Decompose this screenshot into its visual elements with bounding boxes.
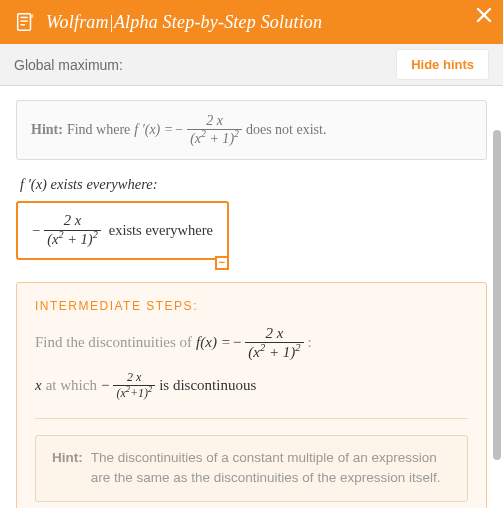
titlebar: Wolfram|Alpha Step-by-Step Solution bbox=[0, 0, 503, 44]
hint-box: Hint: Find where f ′(x) = − 2 x (x2 + 1)… bbox=[16, 100, 487, 160]
svg-rect-0 bbox=[18, 14, 31, 31]
section-label: Global maximum: bbox=[14, 57, 123, 73]
inner-hint-text: The discontinuities of a constant multip… bbox=[91, 448, 451, 489]
close-icon bbox=[475, 6, 493, 24]
fprime-lhs: f ′(x) = bbox=[134, 122, 173, 138]
result-box: − 2 x (x2 + 1)2 exists everywhere − bbox=[16, 201, 229, 260]
window-title: Wolfram|Alpha Step-by-Step Solution bbox=[46, 12, 322, 33]
int-formula-2: − 2 x (x2+1)2 bbox=[101, 371, 155, 400]
content-area: Hint: Find where f ′(x) = − 2 x (x2 + 1)… bbox=[0, 86, 503, 508]
statement-line: f ′(x) exists everywhere: bbox=[20, 176, 487, 193]
frac-num: 2 x bbox=[124, 371, 144, 385]
x-var: x bbox=[35, 377, 42, 394]
notebook-icon bbox=[14, 11, 36, 33]
statement-text: exists everywhere: bbox=[47, 176, 158, 192]
fprime-ref: f ′(x) bbox=[20, 176, 47, 192]
intermediate-steps-box: INTERMEDIATE STEPS: Find the discontinui… bbox=[16, 282, 487, 508]
collapse-toggle[interactable]: − bbox=[215, 256, 229, 270]
close-button[interactable] bbox=[475, 6, 493, 24]
hint-text-post: does not exist. bbox=[246, 122, 327, 138]
result-text: exists everywhere bbox=[109, 222, 213, 239]
frac-num: 2 x bbox=[61, 213, 84, 230]
hide-hints-button[interactable]: Hide hints bbox=[396, 49, 489, 80]
inner-hint-label: Hint: bbox=[52, 448, 83, 489]
frac-den: (x2 + 1)2 bbox=[187, 129, 242, 146]
int-formula-1: f(x) = − 2 x (x2 + 1)2 bbox=[196, 325, 303, 361]
int-text: Find the discontinuities of bbox=[35, 334, 192, 351]
frac-num: 2 x bbox=[262, 325, 286, 343]
hint-label: Hint: bbox=[31, 122, 63, 138]
frac-den: (x2+1)2 bbox=[113, 385, 155, 400]
intermediate-line-2: x at which − 2 x (x2+1)2 is discontinuou… bbox=[35, 371, 468, 400]
int-text-mid: at which bbox=[46, 377, 97, 394]
scrollbar-thumb[interactable] bbox=[493, 130, 501, 460]
fx-lhs: f(x) = bbox=[196, 334, 231, 351]
frac-den: (x2 + 1)2 bbox=[44, 230, 101, 248]
frac-den: (x2 + 1)2 bbox=[245, 342, 303, 361]
int-text-end: is discontinuous bbox=[159, 377, 256, 394]
intermediate-line-1: Find the discontinuities of f(x) = − 2 x… bbox=[35, 325, 468, 361]
intermediate-heading: INTERMEDIATE STEPS: bbox=[35, 299, 468, 313]
result-formula: − 2 x (x2 + 1)2 bbox=[32, 213, 101, 248]
inner-hint-box: Hint: The discontinuities of a constant … bbox=[35, 435, 468, 502]
divider bbox=[35, 418, 468, 419]
frac-num: 2 x bbox=[203, 113, 226, 129]
subheader: Global maximum: Hide hints bbox=[0, 44, 503, 86]
int-text-post: : bbox=[308, 334, 312, 351]
hint-formula: f ′(x) = − 2 x (x2 + 1)2 bbox=[134, 113, 242, 147]
minus-icon: − bbox=[219, 257, 225, 268]
step-by-step-window: Wolfram|Alpha Step-by-Step Solution Glob… bbox=[0, 0, 503, 508]
hint-text-pre: Find where bbox=[67, 122, 130, 138]
